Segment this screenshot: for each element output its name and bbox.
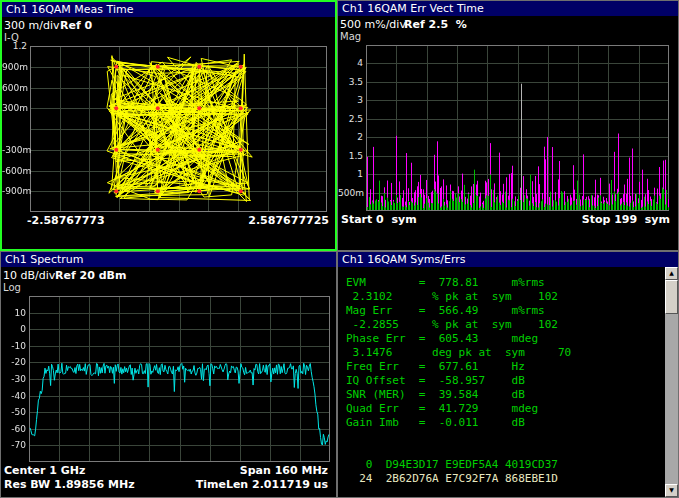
syms-errs-row: Quad Err = 41.729 mdeg [346, 402, 662, 416]
syms-errs-row: Gain Imb = -0.011 dB [346, 416, 662, 430]
syms-errs-row: Mag Err = 566.49 m%rms [346, 304, 662, 318]
y-tick-label: 3.5 [338, 77, 363, 87]
syms-errs-row: Phase Err = 605.43 mdeg [346, 332, 662, 346]
symbol-table-row: 0 D94E3D17 E9EDF5A4 4019CD37 [346, 458, 662, 472]
axis-label: Mag [340, 31, 361, 42]
spectrum-plot[interactable] [29, 296, 330, 462]
syms-errs-row: Freq Err = 677.61 Hz [346, 360, 662, 374]
y-tick-label: 300m [2, 103, 27, 113]
y-tick-label: -30 [1, 374, 26, 384]
symbol-table: 0 D94E3D17 E9EDF5A4 4019CD37 24 2B62D76A… [346, 458, 662, 486]
y-tick-label: -20 [1, 357, 26, 367]
res-bw-label: Res BW 1.89856 MHz [4, 478, 135, 491]
x-axis-start-label: Start 0 sym [341, 213, 417, 226]
y-tick-label: 2 [338, 132, 363, 142]
pane-title-syms-errs[interactable]: Ch1 16QAM Syms/Errs [338, 252, 678, 267]
y-tick-label: -40 [1, 391, 26, 401]
y-tick-label: 4 [338, 58, 363, 68]
pane-title-err-vect[interactable]: Ch1 16QAM Err Vect Time [338, 1, 678, 16]
y-tick-label: 0 [1, 324, 26, 334]
y-tick-label: 600m [2, 83, 27, 93]
y-tick-label: -300m [2, 145, 27, 155]
y-tick-label: -70 [1, 440, 26, 450]
error-vector-plot[interactable] [366, 45, 669, 211]
pane-title-spectrum[interactable]: Ch1 Spectrum [1, 252, 336, 267]
ref-level: Ref 0 [60, 19, 92, 32]
y-tick-label: -900m [2, 186, 27, 196]
syms-errs-row: IQ Offset = -58.957 dB [346, 374, 662, 388]
symbol-table-row: 24 2B62D76A E7C92F7A 868EBE1D [346, 472, 662, 486]
y-tick-label: 2.5 [338, 114, 363, 124]
syms-errs-row: -2.2855 % pk at sym 102 [346, 318, 662, 332]
y-tick-label: 10 [1, 308, 26, 318]
y-tick-label: 1.2 [2, 41, 27, 51]
y-tick-label: 3 [338, 95, 363, 105]
y-tick-label: -10 [1, 341, 26, 351]
center-frequency-label: Center 1 GHz [4, 464, 85, 477]
y-tick-label: -60 [1, 424, 26, 434]
y-tick-label: 900m [2, 62, 27, 72]
scale-per-div: 10 dB/div [3, 269, 55, 282]
scroll-down-icon[interactable]: ▼ [665, 484, 678, 497]
syms-errs-summary: EVM = 778.81 m%rms 2.3102 % pk at sym 10… [346, 276, 662, 430]
syms-errs-row: 2.3102 % pk at sym 102 [346, 290, 662, 304]
pane-spectrum[interactable]: Ch1 Spectrum 10 dB/div Ref 20 dBm Log Ce… [0, 251, 337, 498]
y-tick-label: 500m [338, 188, 363, 198]
constellation-plot[interactable] [30, 46, 327, 212]
y-tick-label: 1.5 [338, 151, 363, 161]
y-tick-label: -600m [2, 166, 27, 176]
x-axis-left-value: -2.58767773 [27, 214, 105, 227]
x-axis-stop-label: Stop 199 sym [582, 213, 670, 226]
time-len-label: TimeLen 2.011719 us [196, 478, 328, 491]
ref-level: Ref 20 dBm [55, 269, 126, 282]
scale-per-div: 500 m%/div [340, 18, 406, 31]
syms-errs-scrollbar[interactable]: ▲ ▼ [665, 267, 678, 497]
syms-errs-row: 3.1476 deg pk at sym 70 [346, 346, 662, 360]
ref-level: Ref 2.5 % [404, 18, 467, 31]
axis-label: Log [3, 282, 21, 293]
pane-syms-errs[interactable]: Ch1 16QAM Syms/Errs EVM = 778.81 m%rms 2… [337, 251, 679, 498]
y-tick-label: 1 [338, 169, 363, 179]
scale-per-div: 300 m/div [4, 19, 59, 32]
scrollbar-thumb[interactable] [665, 280, 678, 314]
span-label: Span 160 MHz [240, 464, 328, 477]
syms-errs-row: SNR (MER) = 39.584 dB [346, 388, 662, 402]
pane-err-vect-time[interactable]: Ch1 16QAM Err Vect Time 500 m%/div Ref 2… [337, 0, 679, 251]
vsa-four-pane-display: Ch1 16QAM Meas Time 300 m/div Ref 0 I-Q … [0, 0, 679, 498]
pane-meas-time[interactable]: Ch1 16QAM Meas Time 300 m/div Ref 0 I-Q … [0, 0, 337, 251]
y-tick-label: -50 [1, 407, 26, 417]
x-axis-right-value: 2.587677725 [248, 214, 329, 227]
scroll-up-icon[interactable]: ▲ [665, 267, 678, 280]
pane-title-meas-time[interactable]: Ch1 16QAM Meas Time [2, 2, 335, 17]
syms-errs-row: EVM = 778.81 m%rms [346, 276, 662, 290]
